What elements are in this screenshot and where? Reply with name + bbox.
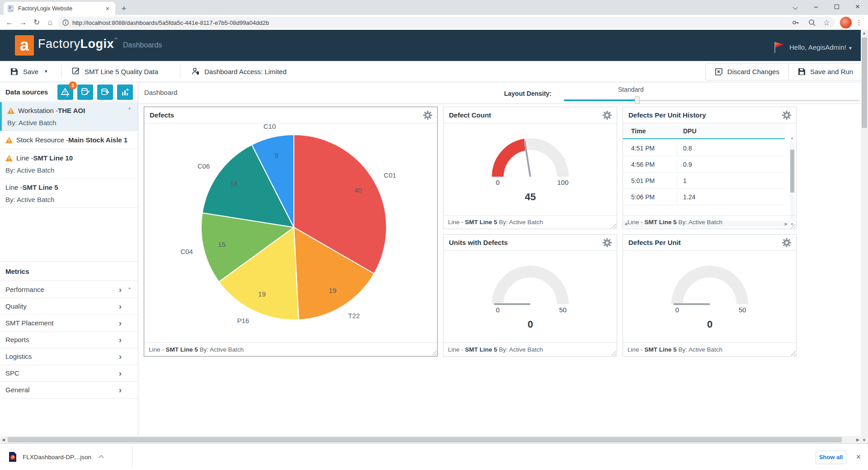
browser-menu-icon[interactable]: ⋮ (855, 18, 863, 27)
nav-dashboards[interactable]: Dashboards (123, 41, 162, 49)
discard-changes-button[interactable]: Discard Changes (706, 63, 788, 80)
defects-pie-chart[interactable]: C0140T2219P1619C0415C0618C109 (144, 123, 437, 343)
widget-dpu-history[interactable]: Defects Per Unit History Time DPU 4:51 P… (623, 107, 797, 229)
widget-title: Units with Defects (449, 239, 508, 246)
resize-handle[interactable] (610, 350, 616, 356)
widget-title: Defects (150, 111, 174, 119)
download-file-icon (8, 451, 17, 462)
window-maximize-button[interactable] (826, 0, 847, 15)
widget-defect-count[interactable]: Defect Count 010045 Line - SMT Line 5 By… (443, 107, 617, 229)
download-caret-up-icon[interactable] (99, 455, 104, 460)
scroll-left-icon[interactable]: ◀ (2, 437, 5, 442)
download-bar-close-icon[interactable]: × (853, 451, 864, 463)
page-horizontal-scrollbar[interactable]: ◀ ▶ (0, 436, 861, 443)
svg-text:C06: C06 (198, 162, 210, 170)
home-icon[interactable]: ⌂ (43, 18, 57, 27)
export-datasource-button[interactable] (97, 85, 113, 100)
bookmark-star-icon[interactable]: ☆ (823, 18, 830, 28)
table-vertical-scrollbar[interactable]: ▲ ▼ (790, 141, 795, 221)
scroll-up-icon[interactable]: ▲ (862, 31, 866, 35)
scroll-up-icon[interactable]: ▲ (790, 136, 794, 140)
widget-title: Defects Per Unit History (628, 111, 706, 119)
layout-density-slider-thumb[interactable] (635, 96, 640, 104)
datasource-by: By: Active Batch (5, 196, 54, 203)
tab-close-icon[interactable]: × (104, 5, 112, 13)
window-close-button[interactable]: × (847, 0, 868, 15)
add-widget-button[interactable] (117, 85, 133, 100)
resize-handle[interactable] (610, 222, 616, 228)
scroll-down-icon[interactable]: ▼ (862, 438, 866, 442)
gear-icon[interactable] (782, 238, 792, 248)
zoom-icon[interactable] (808, 19, 816, 27)
window-minimize-button[interactable]: – (806, 0, 826, 15)
svg-text:C10: C10 (264, 123, 276, 130)
svg-text:0: 0 (496, 179, 500, 186)
download-bar: FLXDashboard-DP....json Show all × (0, 443, 868, 470)
datasource-item-stock[interactable]: Stock Resource - Main Stock Aisle 1 (0, 132, 138, 149)
datasources-scroll-up-icon[interactable]: ▲ (127, 106, 132, 110)
scrollbar-thumb[interactable] (8, 437, 842, 442)
metrics-item-logistics[interactable]: Logistics› (0, 348, 138, 365)
browser-tab[interactable]: FactoryLogix Website × (4, 2, 115, 15)
widget-caption: Line - SMT Line 5 By: Active Batch (144, 343, 437, 356)
table-row: 4:51 PM0.8 (623, 140, 785, 156)
svg-text:19: 19 (258, 290, 266, 298)
gear-icon[interactable] (423, 110, 433, 120)
metrics-item-performance[interactable]: Performance› (0, 282, 138, 298)
metrics-item-spc[interactable]: SPC› (0, 365, 138, 382)
widget-defects[interactable]: Defects C0140T2219P1619C0415C0618C109 Li… (144, 107, 438, 357)
datasource-item-workstation[interactable]: Workstation - THE AOI By: Active Batch (0, 102, 138, 131)
gear-icon[interactable] (602, 238, 612, 248)
show-all-button[interactable]: Show all (816, 451, 846, 464)
table-row: 5:06 PM1.24 (623, 189, 785, 205)
svg-text:100: 100 (557, 179, 568, 186)
save-and-run-button[interactable]: Save and Run (789, 63, 862, 80)
forward-icon[interactable]: → (16, 18, 30, 27)
table-row: 4:56 PM0.9 (623, 156, 785, 173)
user-menu[interactable]: Hello, AegisAdmin! ▼ (773, 41, 853, 54)
chevron-right-icon: › (119, 332, 122, 348)
edit-datasource-button[interactable] (77, 85, 93, 100)
scrollbar-thumb[interactable] (862, 38, 867, 128)
widget-units-with-defects[interactable]: Units with Defects 0500 Line - SMT Line … (443, 234, 617, 357)
scrollbar-thumb[interactable] (790, 150, 794, 193)
password-key-icon[interactable] (792, 19, 800, 27)
datasource-item-line5[interactable]: Line - SMT Line 5 By: Active Batch (0, 179, 138, 208)
database-arrow-icon (100, 87, 110, 97)
app-header: a FactoryLogix™ Dashboards Hello, AegisA… (0, 30, 868, 61)
widget-caption: Line - SMT Line 5 By: Active Batch (443, 215, 617, 229)
profile-avatar[interactable] (840, 17, 852, 28)
dashboard-name-button[interactable]: SMT Line 5 Quality Data (72, 61, 158, 82)
scroll-right-icon[interactable]: ▶ (856, 437, 859, 442)
download-item[interactable]: FLXDashboard-DP....json (8, 448, 103, 465)
metrics-item-general[interactable]: General› (0, 382, 138, 399)
brand-name: FactoryLogix™ (38, 37, 118, 51)
resize-handle[interactable] (790, 350, 796, 356)
resize-handle[interactable] (431, 350, 437, 356)
page-vertical-scrollbar[interactable]: ▲ ▼ (861, 30, 868, 443)
reload-icon[interactable]: ↻ (30, 18, 43, 27)
metrics-item-smt-placement[interactable]: SMT Placement› (0, 315, 138, 332)
datasource-item-line10[interactable]: Line - SMT Line 10 By: Active Batch (0, 150, 138, 179)
resize-handle[interactable] (790, 222, 796, 228)
gear-icon[interactable] (602, 110, 612, 120)
back-icon[interactable]: ← (3, 18, 16, 27)
screen: FactoryLogix Website × + – × ← → ↻ ⌂ htt… (0, 0, 868, 470)
alerts-button[interactable]: x 3 (57, 85, 73, 100)
metrics-item-quality[interactable]: Quality› (0, 298, 138, 315)
chart-add-icon (120, 87, 130, 97)
widget-defects-per-unit[interactable]: Defects Per Unit 0500 Line - SMT Line 5 … (623, 234, 797, 357)
save-button[interactable]: Save ▼ (10, 61, 48, 82)
url-input[interactable]: http://localhost:8088/dashboards/5a5fda5… (58, 17, 835, 28)
metrics-scroll-up-icon[interactable]: ▲ (127, 286, 132, 290)
info-icon[interactable] (62, 19, 69, 26)
browser-menu-chevron-icon[interactable] (785, 0, 806, 15)
download-filename: FLXDashboard-DP....json (23, 454, 91, 461)
dashboard-access-button[interactable]: Dashboard Access: Limited (192, 61, 287, 82)
metrics-item-reports[interactable]: Reports› (0, 332, 138, 348)
layout-density-label: Layout Density: (504, 90, 552, 97)
chevron-right-icon: › (119, 282, 122, 298)
url-text: http://localhost:8088/dashboards/5a5fda5… (72, 19, 269, 26)
new-tab-button[interactable]: + (118, 3, 129, 14)
gear-icon[interactable] (782, 110, 792, 120)
